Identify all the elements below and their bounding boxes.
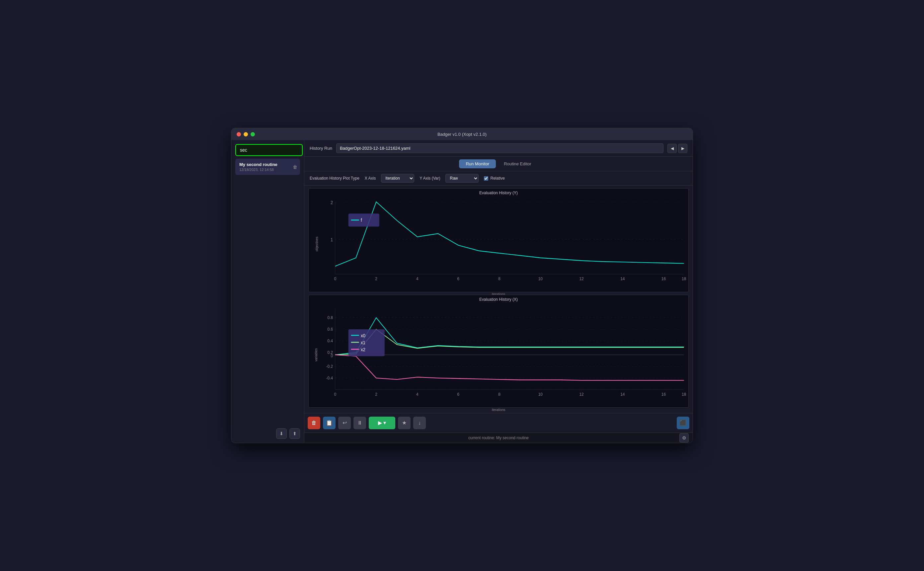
plot-type-label: Evaluation History Plot Type — [310, 176, 359, 181]
delete-button[interactable]: 🗑 — [308, 417, 320, 429]
history-label: History Run — [310, 146, 332, 151]
svg-text:0.8: 0.8 — [328, 315, 333, 320]
history-select[interactable]: BadgerOpt-2023-12-18-121624.yaml — [336, 144, 664, 153]
pause-button[interactable]: ⏸ — [353, 417, 366, 429]
relative-label: Relative — [490, 176, 505, 181]
bottom-y-label: variables — [314, 348, 318, 361]
svg-text:4: 4 — [416, 392, 419, 397]
svg-text:14: 14 — [620, 276, 625, 281]
import-button[interactable]: ⬇ — [276, 428, 287, 439]
svg-text:1: 1 — [331, 238, 333, 242]
svg-text:0: 0 — [334, 276, 336, 281]
routine-date: 12/18/2023, 12:14:58 — [239, 168, 296, 171]
window-title: Badger v1.0 (Xopt v2.1.0) — [437, 132, 487, 137]
svg-text:8: 8 — [498, 276, 500, 281]
svg-text:-0.4: -0.4 — [326, 376, 333, 380]
svg-text:f: f — [361, 218, 362, 223]
bottom-chart: Evaluation History (X) variables — [308, 295, 689, 407]
nav-buttons: ◀ ▶ — [667, 144, 687, 153]
top-y-label: objectives — [315, 236, 319, 251]
top-chart-title: Evaluation History (Y) — [309, 188, 688, 197]
status-text: current routine: My second routine — [468, 435, 529, 440]
undo-button[interactable]: ↩ — [338, 417, 351, 429]
top-chart: Evaluation History (Y) objectives 1 — [308, 188, 689, 292]
svg-text:2: 2 — [375, 392, 377, 397]
export-button[interactable]: ⬆ — [290, 428, 300, 439]
goto-button[interactable]: ↓ — [413, 417, 426, 429]
top-chart-inner: objectives 1 2 0 — [309, 197, 688, 290]
x-axis-label: X Axis — [365, 176, 376, 181]
routine-item[interactable]: My second routine 12/18/2023, 12:14:58 🗑 — [235, 159, 300, 175]
close-button[interactable] — [237, 132, 241, 136]
svg-text:12: 12 — [579, 392, 584, 397]
sidebar-bottom: ⬇ ⬆ — [235, 428, 300, 439]
run-button[interactable]: ▶ ▾ — [369, 417, 395, 429]
svg-text:16: 16 — [661, 276, 666, 281]
minimize-button[interactable] — [243, 132, 248, 136]
bottom-x-label: iterations — [309, 407, 688, 412]
sidebar: + My second routine 12/18/2023, 12:14:58… — [231, 140, 304, 443]
bottom-chart-svg: 0.8 0.6 0.4 0.2 0 -0.2 -0.4 0 2 4 — [309, 304, 688, 406]
search-row: + — [235, 144, 300, 156]
svg-text:6: 6 — [457, 276, 460, 281]
tabs-row: Run Monitor Routine Editor — [304, 157, 693, 171]
history-row: History Run BadgerOpt-2023-12-18-121624.… — [304, 140, 693, 157]
svg-text:18: 18 — [682, 392, 686, 397]
y-axis-select[interactable]: Raw Normalized — [445, 174, 479, 182]
play-icon: ▶ — [378, 420, 382, 426]
app-window: Badger v1.0 (Xopt v2.1.0) + My second ro… — [231, 128, 693, 443]
svg-text:-0.2: -0.2 — [326, 364, 333, 369]
titlebar: Badger v1.0 (Xopt v2.1.0) — [231, 128, 693, 140]
content-area: History Run BadgerOpt-2023-12-18-121624.… — [304, 140, 693, 443]
tab-routine-editor[interactable]: Routine Editor — [497, 159, 537, 168]
svg-text:14: 14 — [620, 392, 625, 397]
svg-text:6: 6 — [457, 392, 460, 397]
svg-text:2: 2 — [375, 276, 377, 281]
search-input[interactable] — [235, 144, 303, 156]
svg-text:0.4: 0.4 — [328, 339, 333, 343]
main-layout: + My second routine 12/18/2023, 12:14:58… — [231, 140, 693, 443]
prev-button[interactable]: ◀ — [667, 144, 677, 153]
relative-checkbox-label[interactable]: Relative — [484, 176, 505, 181]
bottom-chart-title: Evaluation History (X) — [309, 295, 688, 304]
top-chart-svg: 1 2 0 2 4 6 8 10 12 14 16 18 — [309, 197, 688, 290]
svg-text:2: 2 — [331, 200, 333, 205]
delete-routine-button[interactable]: 🗑 — [293, 164, 297, 170]
svg-text:16: 16 — [661, 392, 666, 397]
next-button[interactable]: ▶ — [678, 144, 687, 153]
maximize-button[interactable] — [251, 132, 255, 136]
svg-text:x2: x2 — [361, 347, 365, 352]
svg-text:0: 0 — [334, 392, 336, 397]
svg-text:10: 10 — [538, 392, 543, 397]
svg-text:12: 12 — [579, 276, 584, 281]
y-axis-label: Y Axis (Var) — [419, 176, 440, 181]
star-button[interactable]: ★ — [398, 417, 411, 429]
dropdown-arrow: ▾ — [383, 420, 386, 426]
svg-text:8: 8 — [498, 392, 500, 397]
tab-run-monitor[interactable]: Run Monitor — [459, 159, 496, 168]
svg-text:0: 0 — [331, 353, 333, 358]
charts-area: Evaluation History (Y) objectives 1 — [304, 185, 693, 413]
toolbar: 🗑 📋 ↩ ⏸ ▶ ▾ ★ ↓ ⬛ — [304, 413, 693, 432]
relative-checkbox[interactable] — [484, 176, 488, 181]
svg-text:0.6: 0.6 — [328, 327, 333, 332]
svg-text:x1: x1 — [361, 340, 365, 345]
bottom-chart-inner: variables — [309, 304, 688, 406]
plot-controls: Evaluation History Plot Type X Axis Iter… — [304, 171, 693, 185]
svg-text:10: 10 — [538, 276, 543, 281]
copy-button[interactable]: 📋 — [323, 417, 336, 429]
settings-button[interactable]: ⚙ — [679, 433, 689, 443]
svg-text:18: 18 — [682, 276, 686, 281]
x-axis-select[interactable]: Iteration Time — [381, 174, 414, 182]
svg-text:x0: x0 — [361, 333, 365, 338]
routine-name: My second routine — [239, 162, 296, 167]
box-button[interactable]: ⬛ — [677, 417, 689, 429]
statusbar: current routine: My second routine ⚙ — [304, 432, 693, 443]
svg-text:4: 4 — [416, 276, 419, 281]
